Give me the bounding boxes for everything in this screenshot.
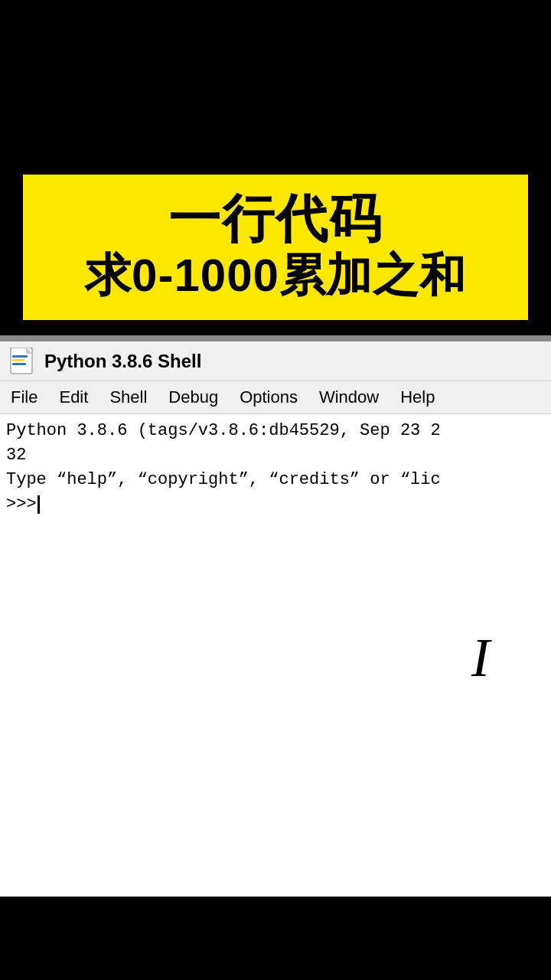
i-beam-cursor: I: [471, 618, 490, 697]
menu-options[interactable]: Options: [229, 384, 308, 410]
separator: [0, 335, 551, 341]
menu-help[interactable]: Help: [390, 384, 445, 410]
shell-title: Python 3.8.6 Shell: [44, 351, 201, 372]
menu-bar: File Edit Shell Debug Options Window Hel…: [0, 381, 551, 414]
python-icon: [9, 348, 37, 375]
menu-debug[interactable]: Debug: [158, 384, 229, 410]
svg-rect-2: [12, 355, 28, 358]
shell-output-line3: Type “help”, “copyright”, “credits” or “…: [6, 468, 545, 492]
svg-rect-4: [12, 363, 26, 365]
shell-output-line2: 32: [6, 443, 545, 468]
banner-line1: 一行代码: [168, 188, 383, 248]
banner: 一行代码 求0-1000累加之和: [23, 175, 528, 320]
shell-prompt-line[interactable]: >>>: [6, 492, 545, 517]
top-black-area: [0, 0, 551, 175]
menu-file[interactable]: File: [0, 384, 48, 410]
svg-rect-3: [12, 359, 24, 361]
menu-edit[interactable]: Edit: [48, 384, 99, 410]
prompt-symbol: >>>: [6, 492, 37, 517]
shell-content[interactable]: Python 3.8.6 (tags/v3.8.6:db45529, Sep 2…: [0, 414, 551, 897]
menu-shell[interactable]: Shell: [99, 384, 158, 410]
python-shell-window: Python 3.8.6 Shell File Edit Shell Debug…: [0, 341, 551, 897]
menu-window[interactable]: Window: [308, 384, 390, 410]
cursor: [37, 495, 40, 514]
shell-titlebar: Python 3.8.6 Shell: [0, 341, 551, 381]
shell-output-line1: Python 3.8.6 (tags/v3.8.6:db45529, Sep 2…: [6, 419, 545, 443]
banner-line2: 求0-1000累加之和: [85, 248, 466, 303]
